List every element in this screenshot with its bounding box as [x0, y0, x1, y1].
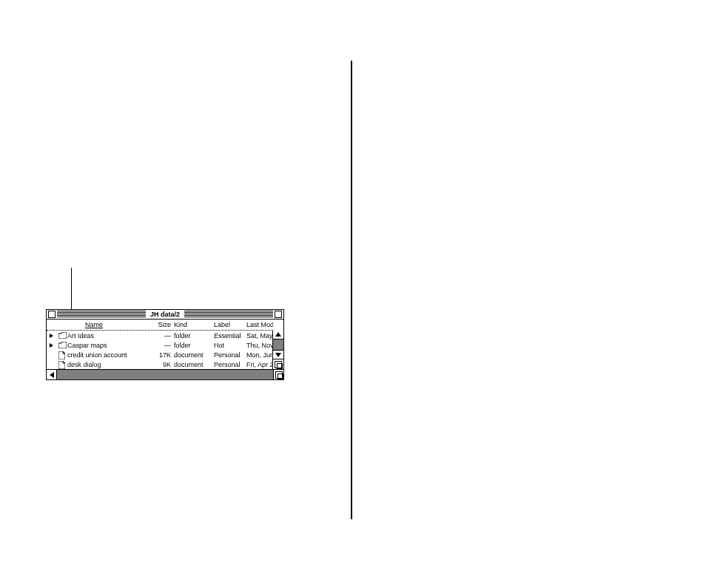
file-size: 17K	[159, 351, 171, 359]
page-column-divider	[351, 61, 352, 519]
file-size: 9K	[163, 361, 171, 368]
vertical-scrollbar[interactable]	[272, 330, 283, 369]
list-item[interactable]: credit union account17KdocumentPersonalM…	[47, 350, 273, 359]
file-size: —	[164, 342, 171, 349]
finder-window: JH data/2 Name Size Kind Label Last Modi…	[46, 309, 284, 380]
file-name: credit union account	[67, 351, 127, 359]
file-size: —	[164, 332, 171, 339]
list-item[interactable]: Caspar maps—folderHotThu, Nov 2, 1	[47, 340, 273, 350]
file-label: Personal	[214, 361, 241, 368]
footer-grow-box[interactable]	[273, 370, 283, 379]
file-kind: document	[174, 351, 204, 359]
folder-icon	[58, 332, 67, 339]
header-name[interactable]: Name	[85, 321, 103, 328]
document-icon	[58, 361, 67, 368]
folder-icon	[58, 342, 67, 348]
scroll-track[interactable]	[273, 339, 283, 350]
list-item[interactable]: desk dialog9KdocumentPersonalFri, Apr 27…	[47, 359, 273, 369]
file-modified: Sat, May 5, 1	[246, 332, 273, 339]
header-modified[interactable]: Last Modified	[246, 321, 273, 328]
file-name: desk dialog	[67, 361, 101, 368]
header-label[interactable]: Label	[214, 321, 230, 328]
arrow-down-icon	[275, 353, 281, 357]
file-modified: Thu, Nov 2, 1	[246, 342, 273, 349]
header-kind[interactable]: Kind	[174, 321, 187, 328]
grow-box[interactable]	[273, 359, 283, 369]
file-kind: document	[174, 361, 204, 368]
window-title: JH data/2	[146, 310, 184, 319]
scroll-up-button[interactable]	[273, 330, 283, 339]
disclosure-triangle-icon[interactable]	[50, 343, 53, 348]
file-label: Essential	[214, 332, 241, 339]
header-size[interactable]: Size	[158, 321, 171, 328]
zoom-box[interactable]	[275, 311, 282, 318]
file-modified: Mon, Jun 19,	[246, 351, 273, 359]
file-kind: folder	[174, 332, 191, 339]
arrow-up-icon	[275, 332, 281, 337]
list-item[interactable]: Art Ideas—folderEssentialSat, May 5, 1	[47, 331, 273, 340]
scroll-left-button[interactable]	[47, 370, 57, 379]
file-kind: folder	[174, 342, 191, 349]
window-content: Name Size Kind Label Last Modified Art I…	[47, 320, 283, 369]
column-headers: Name Size Kind Label Last Modified	[47, 320, 283, 331]
file-label: Personal	[214, 351, 241, 359]
file-name: Caspar maps	[67, 342, 107, 349]
file-name: Art Ideas	[67, 332, 94, 339]
titlebar[interactable]: JH data/2	[47, 310, 283, 320]
document-icon	[58, 351, 67, 358]
horizontal-scrollbar[interactable]	[47, 369, 283, 379]
file-label: Hot	[214, 342, 224, 349]
file-modified: Fri, Apr 27,	[246, 361, 273, 368]
disclosure-triangle-icon[interactable]	[50, 334, 53, 338]
close-box[interactable]	[48, 311, 56, 318]
arrow-left-icon	[50, 372, 54, 378]
